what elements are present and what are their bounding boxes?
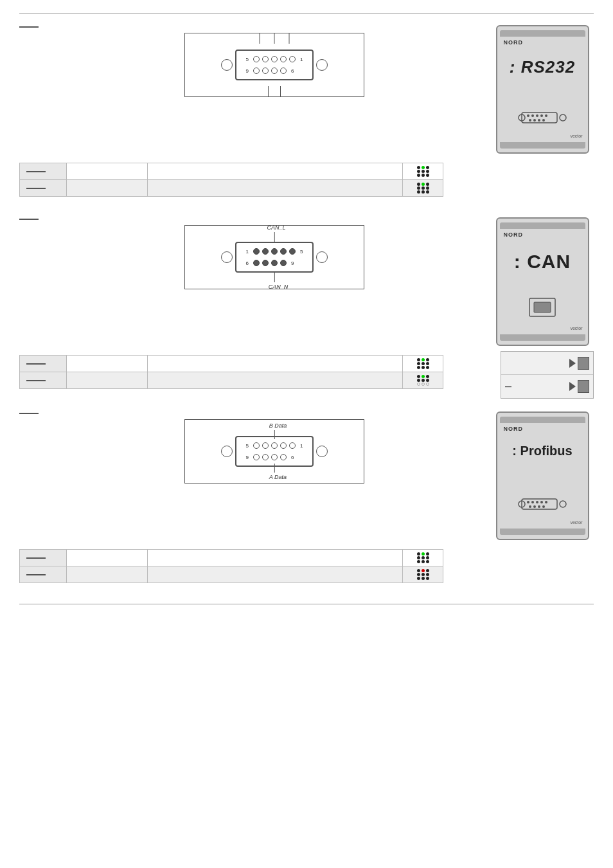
profibus-pin-table [19, 549, 443, 583]
pin-pb8 [262, 454, 269, 460]
td-name-1 [67, 163, 148, 180]
profibus-main: B Data 5 1 [19, 411, 594, 540]
led-green-2 [409, 183, 436, 194]
a-data-label: A Data [269, 474, 287, 480]
profibus-td-name-2 [67, 566, 148, 583]
svg-point-18 [531, 501, 534, 503]
profibus-td-icon-1 [403, 550, 443, 566]
pin-pb6 [280, 454, 287, 460]
pin-1: 1 [300, 443, 303, 449]
can-dsub: 1 5 6 [221, 242, 328, 273]
vline-profibus-bottom [274, 464, 275, 473]
svg-point-4 [531, 114, 534, 117]
svg-point-9 [533, 119, 536, 122]
pin-num-1: 1 [246, 249, 249, 255]
vline-3 [289, 33, 290, 44]
profibus-dsub: 5 1 9 [221, 436, 328, 467]
rs232-device-card: NORD : RS232 [496, 25, 589, 154]
pin-p5 [253, 442, 260, 449]
can-left-label [19, 217, 58, 221]
bottom-rule [19, 604, 594, 604]
pin-p4 [262, 442, 269, 449]
dot [422, 366, 425, 369]
dot [426, 577, 429, 580]
profibus-dash [19, 413, 39, 414]
card-top-bar [500, 30, 585, 37]
pin-pb7 [271, 454, 278, 460]
dot [417, 560, 420, 563]
pin-9 [253, 68, 260, 74]
rs232-table-col [19, 159, 594, 204]
pin-5 [253, 56, 260, 62]
rs232-left-label [19, 25, 58, 29]
svg-point-20 [540, 501, 543, 503]
can-td-name-1 [67, 356, 148, 372]
dot [417, 552, 420, 556]
dot [422, 577, 425, 580]
dot [417, 569, 420, 572]
dot [417, 362, 420, 365]
svg-point-6 [540, 114, 543, 117]
svg-point-25 [542, 505, 545, 508]
dot [426, 174, 429, 177]
dot [426, 560, 429, 563]
dot [426, 170, 429, 173]
td-name-2 [67, 180, 148, 197]
td-icon-1 [403, 163, 443, 180]
dot [426, 375, 429, 378]
can-td-desc-1 [147, 356, 402, 372]
dot [422, 375, 425, 378]
rs232-card-connector [517, 109, 568, 129]
dot [422, 569, 425, 572]
can-table-col [19, 351, 494, 397]
can-td-pin-1 [20, 356, 67, 372]
pin-1 [289, 56, 296, 62]
dot [426, 379, 429, 382]
pin-5: 5 [246, 443, 249, 449]
pin-num-9: 9 [246, 68, 249, 74]
profibus-section: B Data 5 1 [19, 411, 594, 591]
led-can-green-1 [409, 358, 436, 369]
profibus-left-label [19, 411, 58, 415]
can-n-label: CAN_N [269, 284, 289, 290]
dot [422, 174, 425, 177]
dot [417, 573, 420, 576]
pin-num-6: 6 [246, 260, 249, 266]
svg-point-8 [529, 119, 531, 122]
dsub-right-circle [316, 59, 328, 71]
can-dash-2 [26, 380, 46, 381]
can-td-pin-2 [20, 372, 67, 389]
profibus-table-area [19, 545, 594, 591]
dot [417, 556, 420, 559]
dot [422, 573, 425, 576]
can-td-name-2 [67, 372, 148, 389]
pin-num-6: 6 [291, 68, 294, 74]
profibus-card-bottom [500, 529, 585, 535]
can-row-bottom: 6 9 [244, 260, 305, 266]
profibus-row-bottom: 9 6 [244, 454, 305, 460]
led-can-green-2 [409, 375, 436, 386]
led-green-1 [409, 166, 436, 177]
pin-pb9 [253, 454, 260, 460]
can-table-area: — [19, 351, 594, 399]
pin-num-9: 9 [291, 260, 294, 266]
svg-point-16 [560, 501, 566, 507]
vline-2 [274, 33, 275, 44]
vline-1 [260, 33, 260, 44]
dot [422, 358, 425, 361]
profibus-td-desc-1 [147, 550, 402, 566]
td-pin-2 [20, 180, 67, 197]
vline-can-bottom [274, 272, 275, 282]
pin-f4 [280, 248, 287, 255]
can-arrow-icon-1 [569, 359, 576, 368]
dot [426, 556, 429, 559]
svg-point-23 [533, 505, 536, 508]
pin-f3 [271, 248, 278, 255]
td-desc-1 [147, 163, 402, 180]
can-right: NORD : CAN vector [491, 217, 594, 346]
dot [417, 183, 420, 186]
profibus-card-brand: NORD [500, 426, 585, 432]
svg-point-22 [529, 505, 531, 508]
dot [426, 358, 429, 361]
dot [426, 190, 429, 194]
